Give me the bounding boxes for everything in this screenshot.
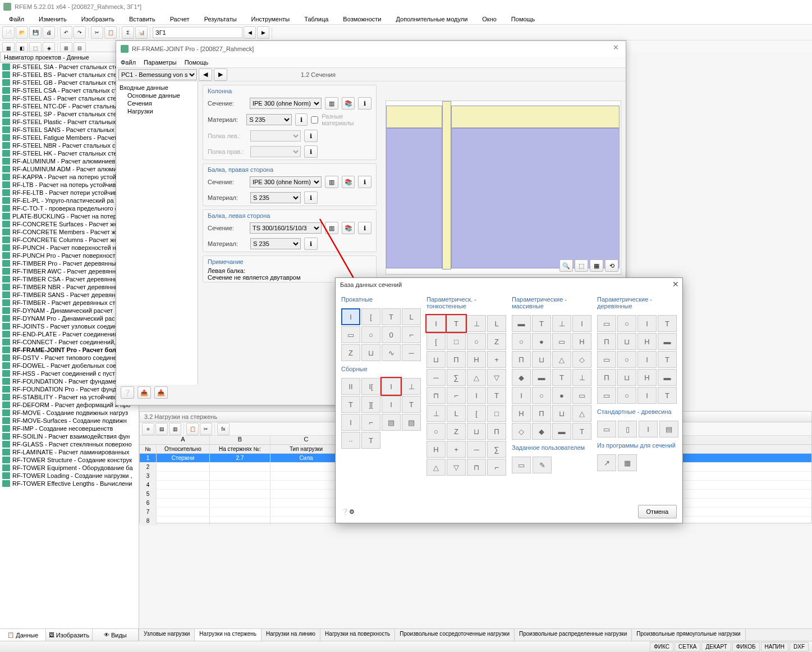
section-tt-icon[interactable]: T [341,396,360,413]
section-xy-icon[interactable]: ▧ [402,414,421,431]
dlg2-settings-icon[interactable]: ⚙ [349,508,355,516]
pick-section-icon[interactable]: ▥ [325,222,338,234]
case-select[interactable]: PC1 - Bemessung von schwerer [118,69,197,80]
tree-root[interactable]: Входные данные [120,84,194,92]
library-icon[interactable]: 📚 [342,97,355,110]
tb-print-icon[interactable]: 🖨 [43,26,55,39]
section-shape-icon[interactable]: Z [487,333,506,350]
menu-results[interactable]: Результаты [198,15,244,24]
preview-tb-icon[interactable]: 🔍 [559,259,573,272]
main-menu[interactable]: Файл Изменить Изобразить Вставить Расчет… [0,13,812,25]
status-fix[interactable]: ФИКС [650,642,673,651]
section-shape-icon[interactable]: ▭ [597,351,616,368]
section-shape-icon[interactable]: ● [532,333,551,350]
section-shape-icon[interactable]: ▽ [487,369,506,386]
section-shape-icon[interactable]: △ [467,369,486,386]
dlg-titlebar[interactable]: RF-FRAME-JOINT Pro - [200827_Rahmeck] ✕ [116,41,626,57]
preview-tb-icon[interactable]: ▦ [590,259,603,272]
gt-icon[interactable]: ▤ [155,423,168,435]
section-shape-icon[interactable]: I [637,315,657,332]
section-shape-icon[interactable]: I [467,387,486,404]
section-shape-icon[interactable]: H [637,369,657,386]
section-shape-icon[interactable]: □ [487,405,506,422]
section-z-icon[interactable]: Z [341,344,360,361]
dlg-menu-help[interactable]: Помощь [185,59,209,66]
section-i-highlight-icon[interactable]: I [382,378,401,395]
beam-right-section-select[interactable]: IPE 300 (ohne Norm) [250,176,322,188]
status-grid[interactable]: СЕТКА [675,642,701,651]
tree-item[interactable]: Нагрузки [120,107,194,115]
info-icon[interactable]: ℹ [358,97,371,110]
column-material-select[interactable]: S 235 [246,114,292,125]
section-shape-icon[interactable]: ○ [512,333,531,350]
pick-section-icon[interactable]: ▥ [325,176,338,188]
section-2i-icon[interactable]: II [341,378,360,395]
section-shape-icon[interactable]: △ [572,405,591,422]
section-shape-icon[interactable]: T [487,387,506,404]
section-pipe-icon[interactable]: ○ [361,326,380,343]
std-rect-icon[interactable]: ▭ [597,421,616,437]
nav-item[interactable]: RF-TOWER Effective Lengths - Вычислени [0,480,139,487]
section-shape-icon[interactable]: ⊥ [426,405,446,422]
nav-item[interactable]: RF-MOVE-Surfaces - Создание подвижн [0,417,139,425]
section-shape-icon[interactable]: I [572,315,591,332]
section-shape-icon[interactable]: ○ [532,387,551,404]
tb-calc-icon[interactable]: Σ [122,26,134,39]
section-shape-icon[interactable]: △ [426,459,446,476]
section-shape-icon[interactable]: ⊥ [467,315,486,332]
tree-item[interactable]: Сечения [120,99,194,107]
tb-copy-icon[interactable]: 📋 [104,26,117,39]
section-shape-icon[interactable]: △ [552,351,571,368]
section-shape-icon[interactable]: □ [447,333,466,350]
section-shape-icon[interactable]: ● [552,387,571,404]
section-shape-icon[interactable]: T [552,369,571,386]
section-shape-icon[interactable]: ⊔ [552,405,571,422]
pick-section-icon[interactable]: ▥ [325,97,338,110]
nav-item[interactable]: RF-TOWER Structure - Создание конструк [0,456,139,464]
preview-tb-icon[interactable]: ⬚ [575,259,588,272]
section-shape-icon[interactable]: ▭ [597,387,616,404]
menu-table[interactable]: Таблица [297,15,335,24]
menu-tools[interactable]: Инструменты [245,15,297,24]
section-shape-icon[interactable]: ◆ [512,369,531,386]
section-li-icon[interactable]: ⌐ [361,414,380,431]
section-shape-icon[interactable]: ⊔ [426,351,446,368]
loadtab-line[interactable]: Нагрузки на линию [262,629,320,641]
section-shape-icon[interactable]: ○ [426,423,446,440]
std-box-icon[interactable]: ▯ [618,421,637,437]
tb-redo-icon[interactable]: ↷ [74,26,86,39]
section-shape-icon[interactable]: ∑ [487,441,506,458]
section-shape-icon[interactable]: T [658,351,677,368]
user-edit-icon[interactable]: ✎ [533,457,552,473]
section-shape-icon[interactable]: [ [426,333,446,350]
nav-item[interactable]: RF-SOILIN - Расчет взаимодействия фун [0,432,139,440]
prog-import-icon[interactable]: ↗ [597,454,616,471]
info-icon[interactable]: ℹ [304,238,318,250]
section-shape-icon[interactable]: T [658,315,677,332]
dlg2-titlebar[interactable]: База данных сечений ✕ [336,278,682,291]
nav-item[interactable]: RF-MOVE - Создание подвижных нагруз [0,409,139,417]
info-icon[interactable]: ℹ [304,130,318,142]
section-shape-icon[interactable]: H [426,441,446,458]
section-shape-icon[interactable]: ⊥ [572,369,591,386]
section-xx-icon[interactable]: ▨ [382,414,401,431]
menu-window[interactable]: Окно [475,15,503,24]
beam-left-material-select[interactable]: S 235 [250,238,301,249]
section-shape-icon[interactable]: ○ [467,333,486,350]
section-shape-icon[interactable]: T [572,423,591,440]
section-shape-icon[interactable]: ▭ [597,315,616,332]
section-shape-icon[interactable]: ▬ [658,369,677,386]
menu-view[interactable]: Изобразить [75,15,121,24]
section-shape-icon[interactable]: ∑ [447,369,466,386]
section-2c-icon[interactable]: ][ [361,396,380,413]
section-shape-icon[interactable]: Z [447,423,466,440]
loadtab-surface[interactable]: Нагрузки на поверхность [320,629,395,641]
loadtab-member[interactable]: Нагрузки на стержень [195,629,262,641]
section-ti-icon[interactable]: T [402,396,421,413]
menu-help[interactable]: Помощь [504,15,542,24]
navtab-display[interactable]: 🖼 Изобразить [46,629,92,641]
close-icon[interactable]: ✕ [672,280,679,289]
menu-addon[interactable]: Дополнительные модули [389,15,474,24]
info-icon[interactable]: ℹ [358,222,371,234]
gt-icon[interactable]: ≡ [142,423,154,435]
